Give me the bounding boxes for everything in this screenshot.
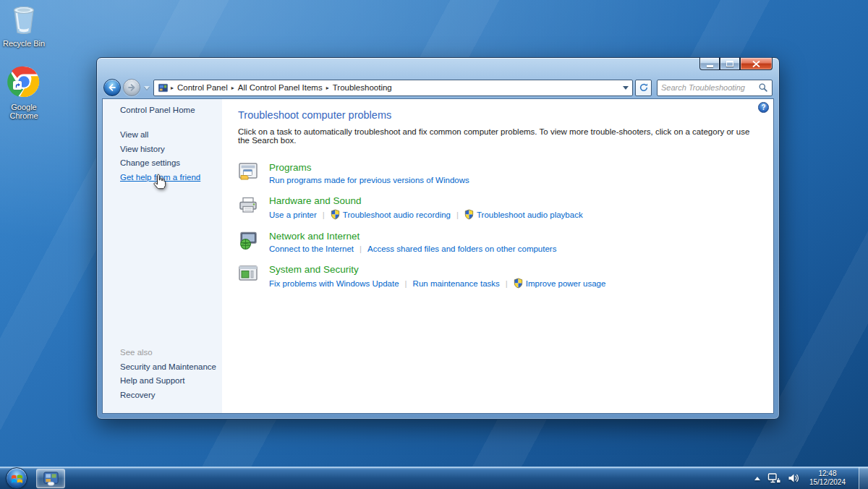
sidebar-item-get-help-from-a-friend[interactable]: Get help from a friend [120,173,218,182]
taskbar-app-control-panel[interactable] [36,469,65,488]
uac-shield-icon [331,209,340,220]
desktop-icon-google-chrome[interactable]: Google Chrome [1,65,46,120]
forward-button[interactable] [123,79,140,96]
control-panel-window: ▸Control Panel▸All Control Panel Items▸T… [96,57,780,420]
taskbar-clock[interactable]: 12:48 15/12/2024 [809,469,846,487]
control-panel-icon [158,82,169,93]
category-body: System and SecurityFix problems with Win… [269,263,605,289]
clock-date: 15/12/2024 [809,478,846,487]
category-body: Network and InternetConnect to the Inter… [269,229,556,253]
sidebar-item-view-all[interactable]: View all [120,130,218,140]
sidebar: Control Panel Home View allView historyC… [103,99,222,413]
task-separator: | [359,244,362,253]
show-hidden-icons-icon[interactable] [754,477,760,480]
task-link-access-shared-files-and-folders-on-other-computers[interactable]: Access shared files and folders on other… [367,244,556,253]
sidebar-item-recovery[interactable]: Recovery [120,391,218,400]
google-chrome-icon [7,65,41,101]
uac-shield-icon [464,209,474,220]
category-link-system-and-security[interactable]: System and Security [269,264,359,275]
address-dropdown-icon[interactable] [623,86,629,90]
sidebar-item-control-panel-home[interactable]: Control Panel Home [120,106,218,114]
breadcrumb-item-troubleshooting[interactable]: Troubleshooting [330,82,395,93]
programs-icon [238,161,258,182]
content-pane: Troubleshoot computer problems Click on … [222,99,773,413]
help-icon[interactable] [758,102,769,113]
task-separator: | [506,279,508,288]
sidebar-links: View allView historyChange settingsGet h… [120,130,218,187]
category-body: Hardware and SoundUse a printer|Troubles… [269,194,583,220]
hardware-and-sound-icon [238,195,258,215]
task-link-fix-problems-with-windows-update[interactable]: Fix problems with Windows Update [269,279,399,288]
see-also-section: See also Security and MaintenanceHelp an… [120,348,218,405]
minimize-icon [707,65,713,67]
close-button[interactable] [740,57,773,70]
volume-icon[interactable] [788,473,799,483]
recent-pages-dropdown-icon[interactable] [144,86,150,90]
category-list: ProgramsRun programs made for previous v… [238,161,760,289]
task-link-troubleshoot-audio-playback[interactable]: Troubleshoot audio playback [464,209,583,220]
category-link-hardware-and-sound[interactable]: Hardware and Sound [269,195,362,206]
page-description: Click on a task to automatically trouble… [238,127,760,145]
clock-time: 12:48 [809,469,846,478]
task-link-improve-power-usage[interactable]: Improve power usage [514,278,606,289]
search-input[interactable] [661,83,758,92]
refresh-icon [639,82,649,93]
page-title: Troubleshoot computer problems [238,109,760,121]
maximize-button[interactable] [720,57,740,70]
window-controls [699,57,773,70]
back-button[interactable] [103,79,121,96]
task-link-troubleshoot-audio-recording[interactable]: Troubleshoot audio recording [331,209,451,220]
refresh-button[interactable] [635,80,652,96]
forward-arrow-icon [127,82,137,93]
taskbar: 12:48 15/12/2024 [0,467,868,489]
windows-logo-icon [11,472,23,485]
task-separator: | [323,211,325,219]
system-and-security-icon [238,263,258,284]
address-bar[interactable]: ▸Control Panel▸All Control Panel Items▸T… [153,80,633,96]
minimize-button[interactable] [699,57,720,70]
breadcrumb-separator-icon: ▸ [326,85,330,91]
sidebar-item-help-and-support[interactable]: Help and Support [120,376,218,386]
category-hardware-and-sound: Hardware and SoundUse a printer|Troubles… [238,194,760,220]
see-also-links: Security and MaintenanceHelp and Support… [120,362,218,400]
task-link-run-maintenance-tasks[interactable]: Run maintenance tasks [413,279,500,288]
category-network-and-internet: Network and InternetConnect to the Inter… [238,229,760,253]
search-box[interactable] [657,80,773,96]
recycle-bin-icon [10,4,38,38]
desktop-icon-recycle-bin[interactable]: Recycle Bin [1,4,46,48]
category-tasks: Fix problems with Windows Update|Run mai… [269,278,605,289]
task-separator: | [456,211,459,219]
category-body: ProgramsRun programs made for previous v… [269,161,469,184]
control-panel-app-icon [43,470,59,487]
shortcut-arrow-overlay [13,81,22,90]
sidebar-item-change-settings[interactable]: Change settings [120,158,218,168]
see-also-label: See also [120,348,218,357]
back-arrow-icon [107,82,117,93]
desktop-icon-label: Recycle Bin [1,39,46,48]
task-link-run-programs-made-for-previous-versions-of-windows[interactable]: Run programs made for previous versions … [269,176,469,184]
maximize-icon [726,61,733,67]
breadcrumb-item-all-control-panel-items[interactable]: All Control Panel Items [235,82,326,93]
category-tasks: Connect to the Internet|Access shared fi… [269,244,556,253]
breadcrumb-item-control-panel[interactable]: Control Panel [174,82,231,93]
category-system-and-security: System and SecurityFix problems with Win… [238,263,760,289]
sidebar-item-security-and-maintenance[interactable]: Security and Maintenance [120,362,218,372]
breadcrumb-separator-icon: ▸ [231,85,235,91]
task-separator: | [405,279,407,288]
category-link-network-and-internet[interactable]: Network and Internet [269,231,359,242]
window-content: Control Panel Home View allView historyC… [102,98,774,414]
start-button[interactable] [6,467,27,489]
category-programs: ProgramsRun programs made for previous v… [238,161,760,184]
uac-shield-icon [514,278,523,289]
sidebar-item-view-history[interactable]: View history [120,145,218,154]
navigation-toolbar: ▸Control Panel▸All Control Panel Items▸T… [97,77,779,98]
search-icon[interactable] [758,82,768,93]
show-desktop-button[interactable] [859,467,868,489]
category-link-programs[interactable]: Programs [269,162,312,173]
task-link-connect-to-the-internet[interactable]: Connect to the Internet [269,244,354,253]
window-titlebar[interactable] [97,58,779,77]
network-icon[interactable] [767,473,780,484]
desktop: Recycle Bin Google Chrome [0,0,868,489]
task-link-use-a-printer[interactable]: Use a printer [269,211,317,219]
close-icon [752,61,760,67]
